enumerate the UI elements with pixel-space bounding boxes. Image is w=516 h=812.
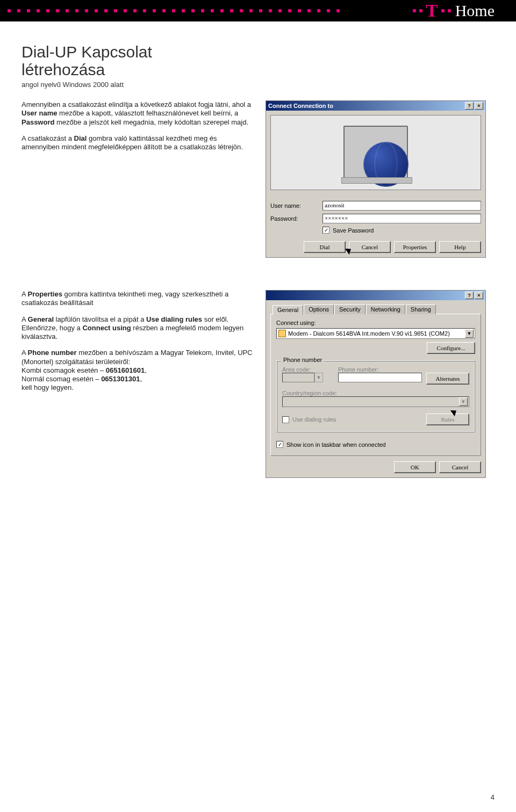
page-number: 4 — [491, 793, 494, 801]
phone-number-label: Phone number: — [338, 366, 469, 373]
paragraph-2: A csatlakozást a Dial gombra való kattin… — [22, 134, 253, 152]
title-line1: Dial-UP Kapcsolat — [22, 43, 152, 61]
connect-illustration — [270, 115, 481, 190]
connect-using-combo[interactable]: Modem - Dialcom 5614BVA Int.modem V.90 v… — [276, 328, 475, 339]
help-button[interactable]: Help — [439, 241, 481, 253]
connect-dialog: Connect Connection to ? × User name: azo… — [266, 100, 486, 258]
country-region-combo: ▼ — [282, 396, 469, 407]
properties-dialog: ? × General Options Security Networking … — [266, 290, 486, 478]
country-region-label: Country/region code: — [282, 390, 469, 396]
tab-security[interactable]: Security — [334, 305, 366, 314]
close-icon[interactable]: × — [475, 292, 483, 299]
globe-icon — [363, 142, 408, 187]
show-icon-checkbox[interactable]: ✓ — [276, 441, 283, 448]
rules-button: Rules — [426, 414, 469, 425]
use-dialing-rules-checkbox[interactable]: ✓ — [282, 416, 289, 423]
t-logo: T — [413, 2, 451, 20]
properties-button[interactable]: Properties — [394, 241, 436, 253]
password-label: Password: — [270, 215, 316, 222]
configure-button[interactable]: Configure... — [427, 342, 475, 354]
phone-number-input[interactable] — [338, 373, 422, 382]
connect-using-value: Modem - Dialcom 5614BVA Int.modem V.90 v… — [288, 330, 463, 337]
save-password-checkbox[interactable]: ✓ — [322, 227, 329, 234]
cursor-icon — [452, 408, 458, 418]
brand-header: T Home — [0, 0, 516, 21]
area-code-input — [282, 373, 314, 382]
chevron-down-icon: ▼ — [314, 373, 323, 382]
username-input[interactable]: azonosit — [322, 201, 481, 211]
tab-options[interactable]: Options — [304, 305, 334, 314]
cancel-button[interactable]: Cancel — [439, 461, 481, 473]
properties-dialog-title — [268, 292, 464, 299]
paragraph-3: A Properties gombra kattintva tekintheti… — [22, 290, 253, 308]
page-title: Dial-UP Kapcsolat létrehozása — [22, 43, 494, 78]
tab-general[interactable]: General — [273, 305, 303, 315]
area-code-label: Area code: — [282, 366, 331, 373]
help-icon[interactable]: ? — [465, 292, 474, 299]
modem-icon — [278, 330, 286, 337]
t-logo-glyph: T — [426, 2, 438, 20]
tab-networking[interactable]: Networking — [366, 305, 405, 314]
cursor-icon — [347, 247, 353, 256]
brand-home-word: Home — [455, 2, 494, 20]
help-icon[interactable]: ? — [465, 102, 474, 110]
show-icon-label: Show icon in taskbar when connected — [286, 441, 386, 448]
monitor-icon — [343, 126, 408, 179]
username-label: User name: — [270, 202, 316, 209]
use-dialing-rules-label: Use dialing rules — [292, 416, 336, 423]
dial-button[interactable]: Dial — [304, 241, 346, 253]
password-input[interactable]: ××××××× — [322, 214, 481, 223]
cancel-button[interactable]: Cancel — [349, 241, 391, 253]
connect-dialog-titlebar[interactable]: Connect Connection to ? × — [266, 101, 485, 111]
connect-using-label: Connect using: — [276, 320, 475, 326]
alternates-button[interactable]: Alternates — [426, 373, 469, 385]
tab-sharing[interactable]: Sharing — [406, 305, 436, 314]
chevron-down-icon[interactable]: ▼ — [465, 329, 474, 338]
title-line2: létrehozása — [22, 61, 105, 78]
paragraph-1: Amennyiben a csatlakozást elindítja a kö… — [22, 100, 253, 127]
close-icon[interactable]: × — [475, 102, 483, 110]
page-subtitle: angol nyelvű Windows 2000 alatt — [22, 81, 494, 89]
phone-number-group: Phone number Area code: ▼ — [276, 360, 475, 432]
phone-number-legend: Phone number — [281, 357, 324, 363]
tab-panel-general: Connect using: Modem - Dialcom 5614BVA I… — [270, 314, 481, 456]
tabs: General Options Security Networking Shar… — [270, 305, 481, 314]
ok-button[interactable]: OK — [394, 461, 436, 473]
connect-dialog-title: Connect Connection to — [268, 103, 464, 109]
chevron-down-icon: ▼ — [459, 397, 468, 406]
paragraph-4: A General lapfülön távolítsa el a pipát … — [22, 315, 253, 342]
save-password-label: Save Password — [333, 227, 374, 234]
paragraph-5: A Phone number mezőben a behívószám a Ma… — [22, 349, 253, 392]
properties-dialog-titlebar[interactable]: ? × — [266, 291, 485, 300]
header-dots — [8, 9, 413, 12]
